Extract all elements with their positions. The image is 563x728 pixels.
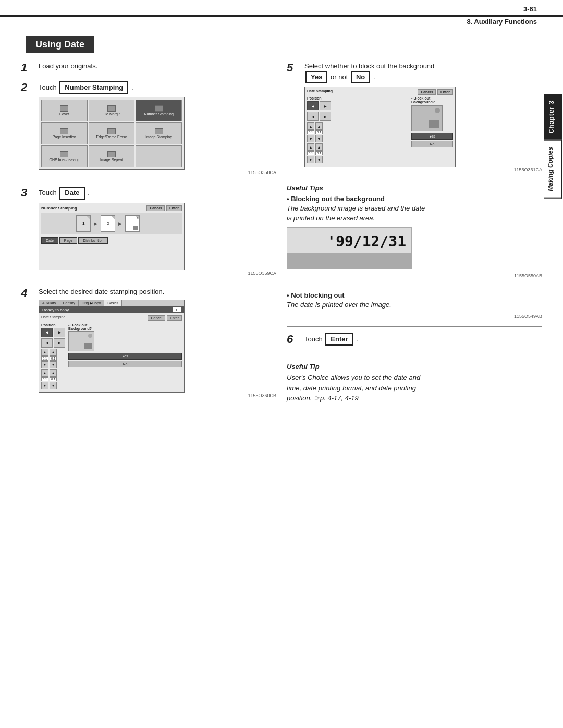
edge-frame-icon	[107, 128, 116, 134]
up-s5-1[interactable]: ▲	[307, 122, 314, 130]
step-3-text: Touch Date .	[39, 187, 276, 199]
enter-s5: Enter	[437, 89, 453, 95]
doc-icon-1: 1	[76, 215, 91, 232]
step-5-content: Select whether to block out the backgrou…	[304, 61, 542, 177]
arrows-s5-bot: ▲ 0.1 ▼ ▲ 0.1 ▼	[307, 143, 408, 163]
no-button[interactable]: No	[351, 71, 370, 83]
step-1-content: Load your originals.	[39, 61, 276, 74]
section-divider-3	[287, 356, 542, 356]
step-4-content: Select the desired date stamping positio…	[39, 287, 276, 402]
step-3: 3 Touch Date . Number Stamping Cancel	[21, 187, 276, 279]
up-arrow-2[interactable]: ▲	[50, 349, 57, 356]
screen5-blockout: • Block outBackground? Yes No	[411, 96, 453, 163]
step-2: 2 Touch Number Stamping . Cover	[21, 81, 276, 179]
num-s5-3: 0.1	[307, 151, 314, 155]
dn-s5-3[interactable]: ▼	[307, 156, 314, 163]
screen1-mockup: Cover File Margin Number Stamping	[39, 97, 185, 170]
doc-icon-3: 3	[125, 215, 140, 232]
cancel-btn-s2: Cancel	[146, 205, 165, 211]
right-sidebar: Chapter 3 Making Copies	[543, 94, 563, 199]
file-margin-btn: File Margin	[89, 100, 135, 121]
step-5-container: 5 Select whether to block out the backgr…	[287, 61, 542, 177]
doc-separator2: ▶	[118, 221, 122, 226]
dn-s5-4[interactable]: ▼	[315, 156, 323, 163]
cover-btn: Cover	[41, 100, 88, 121]
screen2-caption: 1155O359CA	[39, 270, 276, 276]
step-4-number: 4	[21, 287, 35, 300]
page-tab: Page	[59, 237, 77, 244]
arrow-s5-2: ▲ 0.1 ▼	[315, 122, 323, 142]
bottom-arrow-controls: ▲ 0.1 ▼ ▲ 0.1 ▼	[41, 369, 65, 389]
up-s5-3[interactable]: ▲	[307, 143, 314, 151]
dn-s5-1[interactable]: ▼	[307, 135, 314, 142]
right-column: 5 Select whether to block out the backgr…	[287, 61, 542, 410]
down-arrow-2[interactable]: ▼	[50, 361, 57, 368]
enter-button[interactable]: Enter	[325, 333, 353, 346]
edge-frame-btn: Edge/Frame Erase	[89, 122, 135, 144]
dn-s5-2[interactable]: ▼	[315, 135, 323, 142]
arrow-controls: ▲ 0.1 ▼ ▲ 0.1 ▼	[41, 349, 65, 368]
file-margin-icon	[107, 105, 116, 112]
up-arrow-4[interactable]: ▲	[50, 369, 57, 377]
screen5-caption: 1155O361CA	[304, 167, 542, 172]
number-stamping-btn-screen: Number Stamping	[136, 100, 182, 121]
left-column: 1 Load your originals. 2 Touch Number St…	[21, 61, 276, 410]
date-button[interactable]: Date	[59, 187, 84, 199]
up-s5-4[interactable]: ▲	[315, 143, 323, 151]
step-5: 5 Select whether to block out the backgr…	[287, 61, 542, 177]
no-btn-s3[interactable]: No	[68, 361, 182, 367]
screen5-mockup: Date Stamping Cancel Enter Position	[304, 87, 456, 167]
ellipsis: ...	[143, 221, 147, 226]
position-label-s5: Position	[307, 96, 408, 100]
screen1-grid: Cover File Margin Number Stamping	[39, 97, 184, 169]
step-4-text: Select the desired date stamping positio…	[39, 287, 276, 297]
pos-num-2: 0.1	[50, 356, 57, 361]
up-arrow-1[interactable]: ▲	[41, 349, 48, 356]
number-stamping-button[interactable]: Number Stamping	[59, 81, 128, 94]
tips-divider	[287, 285, 542, 285]
section-divider-2	[287, 326, 542, 327]
step-4: 4 Select the desired date stamping posit…	[21, 287, 276, 402]
up-arrow-3[interactable]: ▲	[41, 369, 48, 377]
image-stamping-icon	[155, 128, 163, 134]
caption2: 1155O549AB	[287, 314, 542, 319]
step-1: 1 Load your originals.	[21, 61, 276, 74]
useful-tips-title: Useful Tips	[287, 184, 542, 192]
yes-btn-s3[interactable]: Yes	[68, 353, 182, 360]
pos-tr: ▶	[54, 328, 65, 337]
step-2-content: Touch Number Stamping . Cover	[39, 81, 276, 179]
position-grid: ◀ ▶ ◀ ▶	[41, 328, 65, 348]
num-s5-1: 0.1	[307, 130, 314, 134]
arrow-s5-3: ▲ 0.1 ▼	[307, 143, 314, 163]
date-display-image: '99/12/31	[287, 227, 412, 269]
down-arrow-1[interactable]: ▼	[41, 361, 48, 368]
content-columns: 1 Load your originals. 2 Touch Number St…	[21, 61, 542, 410]
screen5-btns: Cancel Enter	[418, 89, 453, 95]
pos-br: ▶	[54, 338, 65, 348]
doc-icon-2: 2	[101, 215, 115, 232]
no-btn-s5[interactable]: No	[411, 141, 453, 147]
screen2-buttons: Cancel Enter	[146, 205, 182, 211]
step-5-number: 5	[287, 61, 301, 74]
screen1-caption: 1155O358CA	[39, 170, 276, 175]
step-6: 6 Touch Enter .	[287, 333, 542, 349]
up-s5-2[interactable]: ▲	[315, 122, 323, 130]
arrows-s5-top: ▲ 0.1 ▼ ▲ 0.1 ▼	[307, 122, 408, 142]
page-insertion-icon	[60, 128, 68, 134]
down-arrow-4[interactable]: ▼	[50, 382, 57, 389]
blockout-title: • Block outBackground?	[411, 96, 453, 104]
yes-btn-s5[interactable]: Yes	[411, 133, 453, 140]
cancel-btn-s3: Cancel	[148, 315, 165, 321]
pos-grid-s5: ◀ ▶ ◀ ▶	[307, 101, 408, 121]
pos-s5-tl: ◀	[307, 101, 319, 110]
screen3-tabs: Auxiliary Density Orig.▶Copy Basics	[39, 300, 184, 306]
step-1-text: Load your originals.	[39, 61, 276, 71]
screen3-status: Ready to copy 1	[39, 306, 184, 313]
down-arrow-3[interactable]: ▼	[41, 382, 48, 389]
screen5-header: Date Stamping Cancel Enter	[307, 89, 453, 95]
yes-button[interactable]: Yes	[305, 71, 327, 83]
pos-s5-bl: ◀	[307, 112, 319, 121]
tip-2: • Not blocking out The date is printed o…	[287, 291, 542, 310]
screen3-content: Position ◀ ▶ ◀ ▶ ▲	[41, 323, 182, 389]
enter-btn-s2: Enter	[166, 205, 182, 211]
